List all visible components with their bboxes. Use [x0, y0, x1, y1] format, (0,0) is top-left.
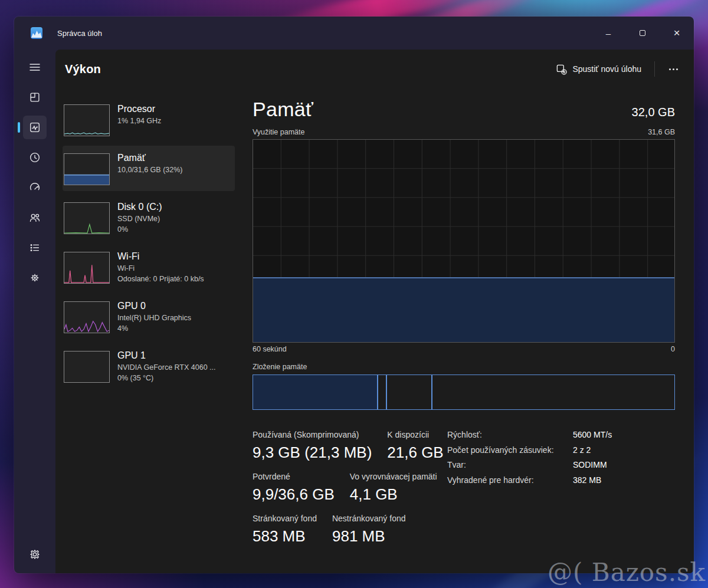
detail-value-speed: 5600 MT/s: [573, 430, 612, 439]
header-divider: [654, 61, 655, 77]
device-item-cpu[interactable]: Procesor 1% 1,94 GHz: [63, 97, 235, 142]
device-title: Wi-Fi: [117, 250, 204, 263]
main-panel: Výkon Spustiť novú úlohu: [55, 50, 694, 573]
device-item-gpu0[interactable]: GPU 0 Intel(R) UHD Graphics 4%: [63, 294, 235, 340]
device-subtitle2: 0%: [117, 224, 162, 235]
hamburger-icon: [28, 61, 41, 74]
wifi-thumbnail-chart: [64, 252, 110, 284]
detail-label-form-factor: Tvar:: [447, 460, 573, 469]
device-item-memory[interactable]: Pamäť 10,0/31,6 GB (32%): [63, 146, 235, 191]
device-title: GPU 0: [117, 300, 191, 313]
stat-cached: Vo vyrovnávacej pamäti 4,1 GB: [350, 472, 437, 504]
run-new-task-button[interactable]: Spustiť novú úlohu: [549, 59, 648, 80]
new-task-icon: [556, 64, 567, 75]
usage-chart-label: Využitie pamäte: [253, 128, 304, 136]
device-item-gpu1[interactable]: GPU 1 NVIDIA GeForce RTX 4060 ... 0% (35…: [63, 343, 235, 389]
memory-total-capacity: 32,0 GB: [632, 106, 675, 121]
stat-paged-pool: Stránkovaný fond 583 MB: [253, 514, 317, 546]
navigation-rail: [14, 50, 55, 573]
selection-accent-pill: [18, 122, 20, 133]
device-subtitle: NVIDIA GeForce RTX 4060 ...: [117, 362, 216, 373]
nav-details[interactable]: [23, 236, 47, 259]
nav-services[interactable]: [23, 266, 47, 290]
detail-value-form-factor: SODIMM: [573, 460, 612, 469]
services-icon: [28, 271, 41, 284]
memory-title: Pamäť: [253, 98, 313, 121]
device-subtitle2: Odoslané: 0 Prijaté: 0 kb/s: [117, 274, 204, 284]
stat-non-paged-pool: Nestránkovaný fond 981 MB: [332, 514, 406, 546]
composition-label: Zloženie pamäte: [253, 363, 675, 371]
app-history-icon: [28, 151, 41, 164]
device-title: GPU 1: [117, 349, 216, 362]
nav-settings[interactable]: [23, 543, 47, 566]
performance-device-list: Procesor 1% 1,94 GHz Pamäť 10,0/31,6 GB …: [63, 97, 235, 573]
memory-hardware-details: Rýchlosť: 5600 MT/s Počet používaných zá…: [447, 430, 612, 556]
nav-users[interactable]: [23, 206, 47, 229]
close-icon: ×: [673, 27, 680, 40]
usage-chart-max: 31,6 GB: [648, 128, 675, 136]
minimize-button[interactable]: –: [591, 17, 625, 50]
run-new-task-label: Spustiť novú úlohu: [572, 64, 641, 74]
memory-usage-fill: [253, 277, 674, 342]
composition-modified: [378, 375, 387, 409]
hamburger-menu-button[interactable]: [23, 55, 47, 79]
startup-apps-icon: [28, 181, 41, 194]
composition-free: [432, 375, 674, 409]
processes-icon: [28, 91, 41, 104]
device-title: Procesor: [117, 103, 161, 116]
device-subtitle: 10,0/31,6 GB (32%): [117, 165, 182, 175]
composition-in-use: [253, 375, 378, 409]
memory-usage-chart: [253, 139, 675, 343]
maximize-icon: [640, 30, 645, 36]
device-subtitle2: 4%: [117, 323, 191, 334]
device-subtitle2: 0% (35 °C): [117, 373, 216, 383]
detail-value-hw-reserved: 382 MB: [573, 475, 612, 485]
more-options-button[interactable]: [661, 59, 686, 79]
device-title: Disk 0 (C:): [117, 201, 162, 213]
memory-detail-pane: Pamäť 32,0 GB Využitie pamäte 31,6 GB 60…: [235, 97, 694, 573]
memory-stats: Používaná (Skomprimovaná) 9,3 GB (21,3 M…: [253, 430, 435, 556]
gpu1-thumbnail-chart: [64, 351, 110, 383]
device-subtitle: 1% 1,94 GHz: [117, 116, 161, 126]
detail-value-slots: 2 z 2: [573, 445, 612, 455]
gpu0-thumbnail-chart: [64, 301, 110, 333]
window-title: Správca úloh: [57, 29, 102, 38]
device-title: Pamäť: [117, 152, 182, 165]
stat-in-use: Používaná (Skomprimovaná) 9,3 GB (21,3 M…: [253, 430, 372, 462]
stat-available: K dispozícii 21,6 GB: [387, 430, 443, 462]
memory-thumbnail-chart: [64, 153, 110, 185]
users-icon: [28, 211, 41, 224]
device-subtitle: Intel(R) UHD Graphics: [117, 313, 191, 323]
detail-label-slots: Počet používaných zásuviek:: [447, 445, 573, 455]
settings-gear-icon: [28, 548, 41, 561]
timeline-left-label: 60 sekúnd: [253, 345, 287, 353]
detail-label-hw-reserved: Vyhradené pre hardvér:: [447, 475, 573, 485]
cpu-thumbnail-chart: [64, 104, 110, 136]
minimize-icon: –: [606, 28, 611, 38]
performance-icon: [28, 121, 41, 134]
nav-startup-apps[interactable]: [23, 176, 47, 199]
device-item-disk[interactable]: Disk 0 (C:) SSD (NVMe) 0%: [63, 195, 235, 241]
panel-header: Výkon Spustiť novú úlohu: [55, 50, 694, 88]
nav-processes[interactable]: [23, 86, 47, 109]
task-manager-app-icon: [31, 27, 42, 39]
stat-committed: Potvrdené 9,9/36,6 GB: [253, 472, 335, 504]
memory-composition-bar: [253, 375, 675, 410]
device-subtitle: Wi-Fi: [117, 263, 204, 274]
composition-standby: [387, 375, 432, 409]
nav-app-history[interactable]: [23, 146, 47, 169]
titlebar: Správca úloh – ×: [14, 17, 694, 50]
close-button[interactable]: ×: [660, 17, 694, 50]
details-icon: [28, 241, 41, 254]
device-subtitle: SSD (NVMe): [117, 213, 162, 224]
page-title: Výkon: [65, 63, 101, 76]
timeline-right-label: 0: [671, 345, 675, 353]
ellipsis-icon: [669, 68, 671, 70]
nav-performance[interactable]: [23, 116, 47, 139]
maximize-button[interactable]: [625, 17, 660, 50]
device-item-wifi[interactable]: Wi-Fi Wi-Fi Odoslané: 0 Prijaté: 0 kb/s: [63, 244, 235, 290]
disk-thumbnail-chart: [64, 202, 110, 234]
task-manager-window: Správca úloh – ×: [14, 17, 694, 573]
detail-label-speed: Rýchlosť:: [447, 430, 573, 439]
